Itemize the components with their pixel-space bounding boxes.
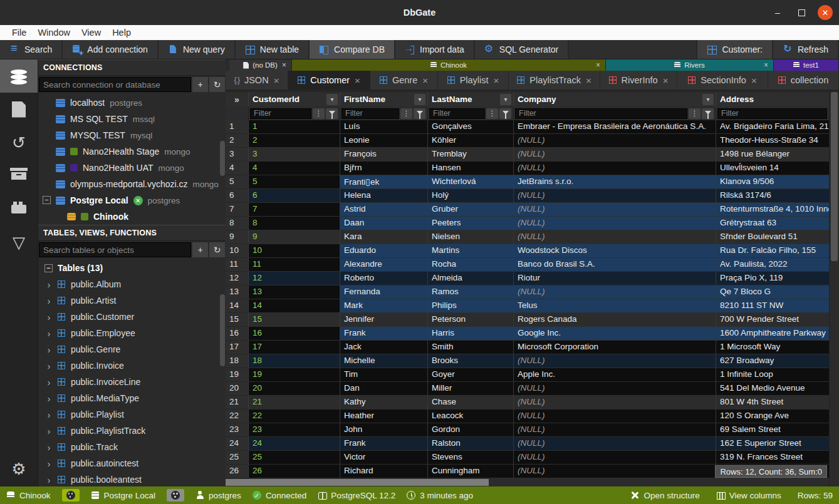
cell-lastname[interactable]: Almeida bbox=[428, 272, 514, 285]
cell-address[interactable]: Rotenturmstraße 4, 1010 Innere Stadt bbox=[716, 203, 829, 217]
cell-firstname[interactable]: Leonie bbox=[340, 134, 428, 148]
cell-customerid[interactable]: 7 bbox=[249, 203, 340, 217]
cell-firstname[interactable]: Franti▯ek bbox=[340, 175, 428, 189]
cell-firstname[interactable]: Frank bbox=[340, 437, 428, 451]
vertical-scrollbar[interactable] bbox=[829, 92, 839, 486]
cell-address[interactable]: Klanova 9/506 bbox=[716, 175, 829, 189]
cell-customerid[interactable]: 21 bbox=[249, 396, 340, 409]
sidebar-item-cell-data[interactable]: ▽ bbox=[0, 225, 38, 259]
expand-chevron-icon[interactable]: › bbox=[46, 361, 52, 371]
cell-company[interactable]: (NULL) bbox=[514, 409, 716, 423]
cell-lastname[interactable]: Philips bbox=[428, 299, 514, 313]
cell-lastname[interactable]: Köhler bbox=[428, 134, 514, 148]
connection-item[interactable]: − MYSQL TEST ✕ mysql bbox=[38, 127, 226, 143]
tab[interactable]: {.} JSON × bbox=[226, 71, 288, 90]
cell-company[interactable]: (NULL) bbox=[514, 465, 716, 478]
table-tree-item[interactable]: › public.InvoiceLine bbox=[38, 374, 226, 390]
close-icon[interactable]: × bbox=[751, 75, 757, 86]
refresh-button[interactable]: Refresh bbox=[773, 40, 839, 59]
tab[interactable]: {.} Genre × bbox=[370, 71, 438, 90]
cell-lastname[interactable]: Holý bbox=[428, 189, 514, 203]
close-icon[interactable]: × bbox=[282, 61, 286, 69]
expand-chevron-icon[interactable]: › bbox=[46, 279, 52, 290]
cell-lastname[interactable]: Smith bbox=[428, 341, 514, 354]
cell-lastname[interactable]: Peterson bbox=[428, 313, 514, 327]
tab-group[interactable]: test1 × bbox=[774, 59, 839, 71]
cell-customerid[interactable]: 18 bbox=[249, 354, 340, 368]
connection-item[interactable]: − Nano2Health Stage ✕ mongo bbox=[38, 143, 226, 160]
cell-address[interactable]: Sřnder Boulevard 51 bbox=[716, 230, 829, 244]
chevron-down-icon[interactable]: ▾ bbox=[702, 94, 714, 105]
row-number[interactable]: 2 bbox=[226, 134, 249, 148]
cell-lastname[interactable]: Gruber bbox=[428, 203, 514, 217]
cell-company[interactable]: (NULL) bbox=[514, 354, 716, 368]
row-number[interactable]: 5 bbox=[226, 175, 249, 189]
filter-funnel-button[interactable] bbox=[702, 108, 714, 119]
row-number[interactable]: 1 bbox=[226, 120, 249, 134]
current-table-button[interactable]: Customer: bbox=[696, 40, 773, 59]
close-icon[interactable]: × bbox=[596, 61, 600, 69]
menu-item[interactable]: View bbox=[76, 28, 107, 38]
statusbar-item[interactable]: Connected bbox=[253, 491, 306, 500]
cell-firstname[interactable]: Alexandre bbox=[340, 258, 428, 272]
cell-address[interactable]: Ullevĺlsveien 14 bbox=[716, 162, 829, 175]
filter-input[interactable] bbox=[515, 108, 687, 119]
close-icon[interactable]: × bbox=[355, 75, 360, 86]
cell-firstname[interactable]: Astrid bbox=[340, 203, 428, 217]
cell-lastname[interactable]: Wichterlová bbox=[428, 175, 514, 189]
cell-company[interactable]: JetBrains s.r.o. bbox=[514, 175, 716, 189]
cell-lastname[interactable]: Harris bbox=[428, 327, 514, 341]
cell-customerid[interactable]: 15 bbox=[249, 313, 340, 327]
cell-address[interactable]: 801 W 4th Street bbox=[716, 396, 829, 409]
toolbar-button[interactable]: Search bbox=[0, 40, 63, 59]
refresh-connections-button[interactable]: ↻ bbox=[209, 77, 225, 92]
cell-lastname[interactable]: Cunningham bbox=[428, 465, 514, 478]
chevron-down-icon[interactable]: ▾ bbox=[326, 94, 338, 105]
cell-address[interactable]: Av. Brigadeiro Faria Lima, 2170 bbox=[716, 120, 829, 134]
vertical-scrollbar-thumb[interactable] bbox=[831, 92, 838, 261]
statusbar-item[interactable]: Open structure bbox=[630, 491, 699, 500]
column-header[interactable]: Company ▾ bbox=[514, 92, 716, 106]
add-table-button[interactable]: + bbox=[192, 242, 208, 257]
menu-item[interactable]: Help bbox=[107, 28, 137, 38]
expand-chevron-icon[interactable]: › bbox=[46, 409, 52, 420]
filter-input[interactable] bbox=[429, 108, 485, 119]
row-number[interactable]: 18 bbox=[226, 354, 249, 368]
filter-menu-button[interactable]: ⋮ bbox=[689, 108, 701, 119]
close-icon[interactable]: × bbox=[494, 75, 499, 86]
row-number[interactable]: 23 bbox=[226, 423, 249, 437]
toolbar-button[interactable]: New query bbox=[159, 40, 236, 59]
menu-item[interactable]: Window bbox=[32, 28, 76, 38]
cell-address[interactable]: 8210 111 ST NW bbox=[716, 299, 829, 313]
toolbar-button[interactable]: Import data bbox=[395, 40, 475, 59]
tables-group-row[interactable]: − Tables (13) bbox=[38, 260, 226, 276]
cell-address[interactable]: 627 Broadway bbox=[716, 354, 829, 368]
cell-customerid[interactable]: 20 bbox=[249, 382, 340, 396]
cell-lastname[interactable]: Brooks bbox=[428, 354, 514, 368]
cell-company[interactable]: (NULL) bbox=[514, 382, 716, 396]
horizontal-scrollbar[interactable] bbox=[226, 478, 829, 486]
connection-item[interactable]: − Nano2Health UAT ✕ mongo bbox=[38, 160, 226, 176]
row-number[interactable]: 19 bbox=[226, 368, 249, 382]
cell-firstname[interactable]: Eduardo bbox=[340, 244, 428, 258]
cell-firstname[interactable]: Tim bbox=[340, 368, 428, 382]
cell-company[interactable]: (NULL) bbox=[514, 396, 716, 409]
cell-customerid[interactable]: 5 bbox=[249, 175, 340, 189]
cell-company[interactable]: Microsoft Corporation bbox=[514, 341, 716, 354]
row-number[interactable]: 12 bbox=[226, 272, 249, 285]
row-number[interactable]: 17 bbox=[226, 341, 249, 354]
horizontal-scrollbar-thumb[interactable] bbox=[226, 479, 489, 486]
cell-customerid[interactable]: 25 bbox=[249, 451, 340, 465]
row-number[interactable]: 3 bbox=[226, 148, 249, 162]
cell-address[interactable]: Av. Paulista, 2022 bbox=[716, 258, 829, 272]
cell-lastname[interactable]: Peeters bbox=[428, 217, 514, 230]
table-tree-item[interactable]: › public.Playlist bbox=[38, 406, 226, 423]
close-icon[interactable]: × bbox=[663, 75, 669, 86]
cell-customerid[interactable]: 19 bbox=[249, 368, 340, 382]
chevron-down-icon[interactable]: ▾ bbox=[500, 94, 511, 105]
column-header[interactable]: FirstName ▾ bbox=[340, 92, 428, 106]
row-number[interactable]: 22 bbox=[226, 409, 249, 423]
cell-firstname[interactable]: Kara bbox=[340, 230, 428, 244]
expand-chevron-icon[interactable]: › bbox=[46, 377, 52, 388]
close-icon[interactable]: × bbox=[764, 61, 768, 69]
